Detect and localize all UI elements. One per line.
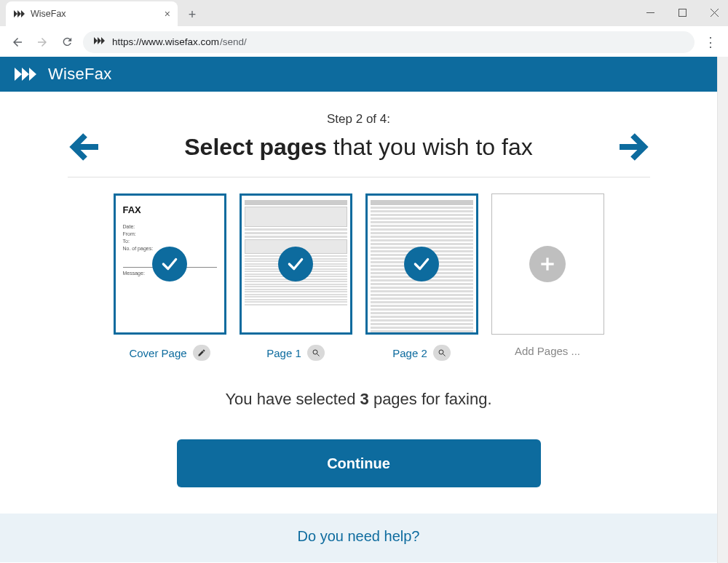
window-maximize-button[interactable] xyxy=(673,4,692,20)
magnifier-icon xyxy=(438,348,446,357)
pencil-icon xyxy=(197,348,206,357)
brand-name: WiseFax xyxy=(48,65,112,84)
thumbnail-label-row: Page 2 xyxy=(365,345,478,361)
browser-tab[interactable]: WiseFax × xyxy=(6,1,178,26)
nav-forward-button xyxy=(33,33,51,51)
page-thumbnails: FAX Date: From: To: No. of pages: Messag… xyxy=(68,193,650,361)
thumbnail-page-1-card[interactable] xyxy=(240,193,352,335)
address-bar[interactable]: https://www.wisefax.com/send/ xyxy=(83,31,695,53)
site-info-icon[interactable] xyxy=(93,35,105,49)
thumbnail-label[interactable]: Page 1 xyxy=(266,347,301,359)
new-tab-button[interactable]: + xyxy=(182,4,202,25)
page-title: Select pages that you wish to fax xyxy=(68,134,650,161)
thumbnail-label[interactable]: Cover Page xyxy=(129,347,186,359)
summary-suffix: pages for faxing. xyxy=(369,390,492,408)
thumbnail-add-pages: Add Pages ... xyxy=(491,193,604,361)
app-header: WiseFax xyxy=(0,57,717,92)
nav-back-button[interactable] xyxy=(9,33,26,51)
summary-count: 3 xyxy=(360,390,369,408)
thumbnail-label-row: Cover Page xyxy=(114,345,226,361)
nav-reload-button[interactable] xyxy=(58,33,76,51)
page-title-rest: that you wish to fax xyxy=(327,134,533,160)
url-path: /send/ xyxy=(220,36,247,47)
browser-chrome: WiseFax × + https://www.wisefax.com/send… xyxy=(0,0,728,57)
summary-prefix: You have selected xyxy=(225,390,360,408)
zoom-page-2-button[interactable] xyxy=(433,345,451,361)
page-title-bold: Select pages xyxy=(184,134,327,160)
address-toolbar: https://www.wisefax.com/send/ ⋮ xyxy=(0,26,728,57)
selected-check-icon xyxy=(404,247,439,282)
svg-rect-1 xyxy=(678,9,686,16)
wizard-next-button[interactable] xyxy=(618,132,650,161)
main-content: Step 2 of 4: Select pages that you wish … xyxy=(46,92,672,487)
svg-line-7 xyxy=(443,354,445,356)
url-host: https://www.wisefax.com xyxy=(112,36,219,47)
wizard-header: Step 2 of 4: Select pages that you wish … xyxy=(68,112,650,177)
browser-menu-button[interactable]: ⋮ xyxy=(702,33,719,51)
wizard-prev-button[interactable] xyxy=(68,132,100,161)
help-text: Do you need help? xyxy=(298,528,420,544)
svg-line-5 xyxy=(317,354,319,356)
thumbnail-page-2-card[interactable] xyxy=(365,193,478,335)
plus-icon xyxy=(529,246,566,282)
continue-button[interactable]: Continue xyxy=(177,439,541,487)
tab-close-button[interactable]: × xyxy=(165,8,170,20)
window-close-button[interactable] xyxy=(705,4,724,20)
svg-point-4 xyxy=(313,350,317,354)
window-minimize-button[interactable] xyxy=(641,4,660,20)
tab-strip: WiseFax × + xyxy=(0,0,728,26)
selected-check-icon xyxy=(152,247,187,282)
edit-cover-button[interactable] xyxy=(193,345,210,361)
thumbnail-cover-page: FAX Date: From: To: No. of pages: Messag… xyxy=(114,193,226,361)
add-pages-label[interactable]: Add Pages ... xyxy=(515,345,580,357)
cover-heading: FAX xyxy=(123,204,217,215)
thumbnail-label-row: Add Pages ... xyxy=(491,345,604,357)
logo-icon xyxy=(15,66,42,82)
selected-check-icon xyxy=(278,247,313,282)
favicon-icon xyxy=(13,8,25,20)
cover-field: From: xyxy=(123,231,217,236)
cover-field: Date: xyxy=(123,224,217,229)
zoom-page-1-button[interactable] xyxy=(307,345,325,361)
tab-title: WiseFax xyxy=(31,9,159,19)
vertical-scrollbar[interactable] xyxy=(717,57,728,563)
thumbnail-label[interactable]: Page 2 xyxy=(392,347,427,359)
add-pages-card[interactable] xyxy=(491,193,604,335)
app-viewport: WiseFax Step 2 of 4: Select pages that y… xyxy=(0,57,717,563)
magnifier-icon xyxy=(312,348,320,357)
thumbnail-page-2: Page 2 xyxy=(365,193,478,361)
step-indicator: Step 2 of 4: xyxy=(68,112,650,127)
help-link[interactable]: Do you need help? xyxy=(0,514,717,562)
thumbnail-cover-page-card[interactable]: FAX Date: From: To: No. of pages: Messag… xyxy=(114,193,226,335)
thumbnail-label-row: Page 1 xyxy=(240,345,352,361)
cover-field: To: xyxy=(123,239,217,244)
selection-summary: You have selected 3 pages for faxing. xyxy=(68,390,650,409)
svg-point-6 xyxy=(439,350,443,354)
thumbnail-page-1: Page 1 xyxy=(240,193,352,361)
window-controls xyxy=(641,4,724,20)
